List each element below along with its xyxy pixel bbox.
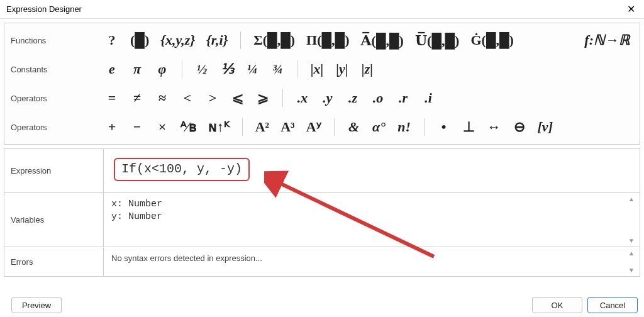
op-dotx-button[interactable]: .x xyxy=(294,89,311,108)
op-approx-button[interactable]: ≈ xyxy=(154,89,170,108)
fn-paren-button[interactable]: (█) xyxy=(129,31,150,50)
op-sq-button[interactable]: A² xyxy=(254,118,270,136)
op-eq-button[interactable]: = xyxy=(104,89,120,108)
separator xyxy=(182,60,182,78)
scroll-arrows[interactable]: ▲▼ xyxy=(628,196,637,244)
const-phi-button[interactable]: φ xyxy=(154,60,170,79)
operators2-label: Operators xyxy=(4,123,104,132)
fn-help-button[interactable]: ? xyxy=(104,31,120,50)
fn-gdot-button[interactable]: Ġ(█,█) xyxy=(469,31,514,50)
op-deg-button[interactable]: α° xyxy=(371,118,387,136)
op-leftright-button[interactable]: ↔ xyxy=(486,118,502,136)
functions-items: ? (█) {x,y,z} {r,i} Σ(█,█) Π(█,█) A̅(█,█… xyxy=(104,31,640,50)
variables-display: x: Number y: Number ▲▼ xyxy=(104,193,640,247)
fn-riset-button[interactable]: {r,i} xyxy=(205,31,229,50)
op-ominus-button[interactable]: ⊖ xyxy=(511,118,528,136)
expression-text: If(x<100, y, -y) xyxy=(114,158,250,181)
close-icon[interactable]: ✕ xyxy=(624,3,638,16)
errors-label: Errors xyxy=(4,247,104,276)
operators1-label: Operators xyxy=(4,94,104,103)
const-third-button[interactable]: ⅓ xyxy=(219,60,235,79)
constants-row: Constants e π φ ½ ⅓ ¼ ¾ |x| |y| |z| xyxy=(4,55,640,84)
operators1-items: = ≠ ≈ < > ⩽ ⩾ .x .y .z .o .r .i xyxy=(104,89,640,108)
cancel-button[interactable]: Cancel xyxy=(587,297,638,313)
op-lt-button[interactable]: < xyxy=(179,89,196,108)
const-pi-button[interactable]: π xyxy=(129,60,145,79)
const-e-button[interactable]: e xyxy=(104,60,120,79)
variables-text: x: Number y: Number xyxy=(104,193,640,228)
errors-display: No syntax errors detected in expression.… xyxy=(104,247,640,276)
scroll-arrows[interactable]: ▲▼ xyxy=(628,250,637,274)
designer-grid: Expression If(x<100, y, -y) Variables x:… xyxy=(4,148,640,277)
errors-row: Errors No syntax errors detected in expr… xyxy=(4,247,640,276)
fn-xyzset-button[interactable]: {x,y,z} xyxy=(159,31,196,50)
expression-row: Expression If(x<100, y, -y) xyxy=(4,149,640,193)
button-bar: Preview OK Cancel xyxy=(0,297,644,313)
constants-items: e π φ ½ ⅓ ¼ ¾ |x| |y| |z| xyxy=(104,60,640,79)
const-quarter-button[interactable]: ¼ xyxy=(244,60,260,79)
op-plus-button[interactable]: + xyxy=(104,118,120,136)
fn-abar-button[interactable]: A̅(█,█) xyxy=(360,31,405,50)
separator xyxy=(242,118,243,136)
op-dot-button[interactable]: • xyxy=(436,118,452,136)
operators2-items: + − × ᴬ⁄ʙ ɴ↑ᴷ A² A³ Aʸ & α° n! • ⊥ ↔ ⊖ [… xyxy=(104,118,640,136)
variables-row: Variables x: Number y: Number ▲▼ xyxy=(4,193,640,247)
op-powy-button[interactable]: Aʸ xyxy=(305,118,323,136)
op-cube-button[interactable]: A³ xyxy=(279,118,296,136)
expression-label: Expression xyxy=(4,149,104,192)
titlebar: Expression Designer ✕ xyxy=(0,0,644,19)
variables-label: Variables xyxy=(4,193,104,247)
op-le-button[interactable]: ⩽ xyxy=(230,89,246,108)
toolbar-panel: Functions ? (█) {x,y,z} {r,i} Σ(█,█) Π(█… xyxy=(4,23,640,145)
fn-pi-button[interactable]: Π(█,█) xyxy=(305,31,350,50)
const-absy-button[interactable]: |y| xyxy=(334,60,350,79)
op-ge-button[interactable]: ⩾ xyxy=(255,89,271,108)
separator xyxy=(282,89,283,107)
op-perp-button[interactable]: ⊥ xyxy=(461,118,477,136)
op-doty-button[interactable]: .y xyxy=(319,89,336,108)
op-dotz-button[interactable]: .z xyxy=(345,89,361,108)
operators2-row: Operators + − × ᴬ⁄ʙ ɴ↑ᴷ A² A³ Aʸ & α° n!… xyxy=(4,113,640,142)
op-fact-button[interactable]: n! xyxy=(396,118,413,136)
separator xyxy=(240,31,241,49)
op-doti-button[interactable]: .i xyxy=(420,89,436,108)
op-neq-button[interactable]: ≠ xyxy=(129,89,145,108)
op-doto-button[interactable]: .o xyxy=(370,89,386,108)
window-title: Expression Designer xyxy=(6,4,624,14)
op-bracketv-button[interactable]: [v] xyxy=(536,118,554,136)
op-times-button[interactable]: × xyxy=(154,118,170,136)
ok-button[interactable]: OK xyxy=(532,297,582,313)
functions-row: Functions ? (█) {x,y,z} {r,i} Σ(█,█) Π(█… xyxy=(4,26,640,55)
separator xyxy=(297,60,297,78)
op-pow-button[interactable]: ɴ↑ᴷ xyxy=(207,118,231,136)
op-frac-button[interactable]: ᴬ⁄ʙ xyxy=(179,118,198,136)
separator xyxy=(424,118,425,136)
constants-label: Constants xyxy=(4,65,104,74)
const-absx-button[interactable]: |x| xyxy=(309,60,325,79)
const-absz-button[interactable]: |z| xyxy=(359,60,375,79)
op-amp-button[interactable]: & xyxy=(346,118,362,136)
preview-button[interactable]: Preview xyxy=(11,297,62,313)
operators1-row: Operators = ≠ ≈ < > ⩽ ⩾ .x .y .z .o .r .… xyxy=(4,84,640,113)
separator xyxy=(334,118,335,136)
fn-typedecl-button[interactable]: f:ℕ→ℝ xyxy=(583,31,631,50)
const-threequarter-button[interactable]: ¾ xyxy=(269,60,286,79)
expression-input[interactable]: If(x<100, y, -y) xyxy=(104,149,640,192)
fn-ubar-button[interactable]: U̅(█,█) xyxy=(414,31,461,50)
const-half-button[interactable]: ½ xyxy=(194,60,210,79)
functions-label: Functions xyxy=(4,36,104,45)
op-minus-button[interactable]: − xyxy=(129,118,145,136)
errors-text: No syntax errors detected in expression.… xyxy=(104,247,640,269)
op-dotr-button[interactable]: .r xyxy=(395,89,411,108)
op-gt-button[interactable]: > xyxy=(204,89,221,108)
fn-sigma-button[interactable]: Σ(█,█) xyxy=(252,31,296,50)
